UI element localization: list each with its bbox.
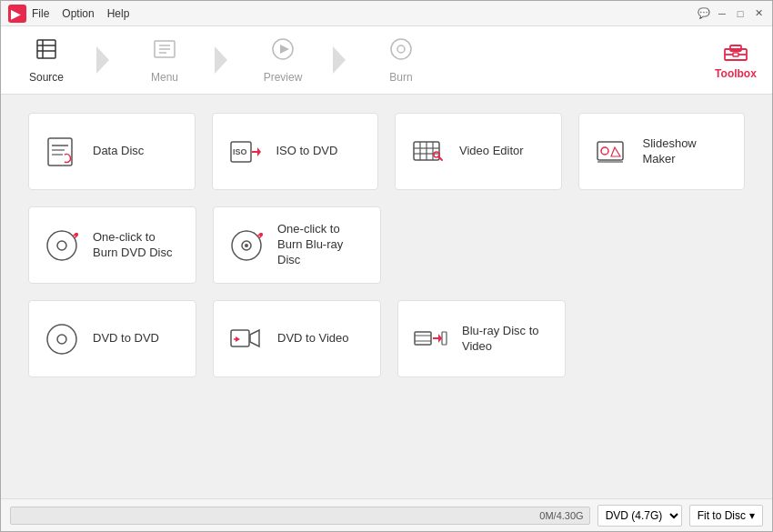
svg-point-36 <box>601 147 608 155</box>
burn-label: Burn <box>389 71 412 84</box>
dvd-to-dvd-icon <box>44 321 80 357</box>
tool-oneclick-dvd[interactable]: One-click to Burn DVD Disc <box>28 206 196 284</box>
oneclick-dvd-icon <box>44 227 80 264</box>
tool-video-editor[interactable]: Video Editor <box>395 113 562 190</box>
svg-rect-52 <box>442 332 447 345</box>
dvd-to-video-label: DVD to Video <box>277 331 349 346</box>
tool-data-disc[interactable]: Data Disc <box>28 113 196 190</box>
burn-icon <box>388 36 414 67</box>
svg-rect-49 <box>415 332 431 345</box>
bluray-to-video-icon <box>413 321 449 357</box>
source-label: Source <box>29 71 64 84</box>
preview-label: Preview <box>264 71 303 84</box>
svg-point-15 <box>391 39 411 59</box>
tool-row-3: DVD to DVD DVD to Video <box>28 300 745 377</box>
iso-to-dvd-label: ISO to DVD <box>276 144 338 159</box>
video-editor-icon <box>410 134 447 170</box>
svg-point-44 <box>259 233 263 236</box>
tool-dvd-to-dvd[interactable]: DVD to DVD <box>28 300 196 377</box>
svg-rect-20 <box>733 53 738 56</box>
nav-burn[interactable]: Burn <box>356 26 447 95</box>
progress-bar-container: 0M/4.30G <box>10 507 590 525</box>
menu-option[interactable]: Option <box>62 7 94 20</box>
dvd-to-dvd-label: DVD to DVD <box>93 331 159 346</box>
slideshow-maker-icon <box>594 134 630 170</box>
minimize-button[interactable]: ─ <box>716 7 728 20</box>
disc-type-select[interactable]: DVD (4.7G)DVD (8.5G)BD-25BD-50 <box>597 505 682 527</box>
tool-iso-to-dvd[interactable]: ISO ISO to DVD <box>212 113 379 190</box>
data-disc-label: Data Disc <box>93 144 144 159</box>
preview-icon <box>270 36 296 67</box>
tool-oneclick-blu[interactable]: One-click to Burn Blu-ray Disc <box>213 206 381 284</box>
navbar: Source Menu Preview <box>1 26 772 95</box>
nav-menu[interactable]: Menu <box>119 26 210 95</box>
svg-marker-6 <box>96 46 109 74</box>
toolbox-icon <box>723 40 748 67</box>
fit-to-disc-chevron: ▾ <box>749 509 755 522</box>
svg-point-46 <box>57 335 66 344</box>
svg-point-43 <box>245 244 248 247</box>
svg-point-38 <box>47 231 76 260</box>
source-icon <box>34 36 59 67</box>
app-icon: ▶ <box>8 5 26 23</box>
svg-point-16 <box>397 45 405 53</box>
slideshow-maker-label: Slideshow Maker <box>643 136 730 167</box>
progress-text: 0M/4.30G <box>539 510 583 521</box>
svg-point-34 <box>434 152 439 157</box>
maximize-button[interactable]: □ <box>734 7 747 20</box>
nav-arrow-1 <box>92 26 119 95</box>
svg-point-40 <box>75 233 78 236</box>
svg-rect-2 <box>37 40 55 58</box>
svg-rect-18 <box>730 45 741 51</box>
menu-help[interactable]: Help <box>107 7 130 20</box>
toolbox-label: Toolbox <box>715 67 757 80</box>
menu-file[interactable]: File <box>32 7 49 20</box>
menu-nav-label: Menu <box>151 71 178 84</box>
svg-point-39 <box>57 241 66 250</box>
statusbar: 0M/4.30G DVD (4.7G)DVD (8.5G)BD-25BD-50 … <box>1 498 772 531</box>
svg-marker-13 <box>280 45 289 54</box>
data-disc-icon <box>44 134 80 170</box>
oneclick-dvd-label: One-click to Burn DVD Disc <box>93 230 181 261</box>
tool-bluray-to-video[interactable]: Blu-ray Disc to Video <box>397 300 566 377</box>
dvd-to-video-icon <box>228 321 265 357</box>
oneclick-blu-label: One-click to Burn Blu-ray Disc <box>277 222 366 268</box>
fit-to-disc-label: Fit to Disc <box>698 509 746 522</box>
video-editor-label: Video Editor <box>459 144 524 159</box>
tool-dvd-to-video[interactable]: DVD to Video <box>213 300 381 377</box>
tool-row-2: One-click to Burn DVD Disc One-click to … <box>28 206 745 284</box>
close-button[interactable]: ✕ <box>752 7 765 20</box>
bluray-to-video-label: Blu-ray Disc to Video <box>462 324 550 355</box>
svg-marker-11 <box>215 46 227 74</box>
nav-arrow-3 <box>328 26 356 95</box>
svg-point-45 <box>47 325 76 354</box>
iso-to-dvd-icon: ISO <box>227 134 264 170</box>
fit-to-disc-button[interactable]: Fit to Disc ▾ <box>689 505 763 527</box>
menu-nav-icon <box>152 36 177 67</box>
nav-arrow-2 <box>210 26 237 95</box>
svg-text:▶: ▶ <box>11 7 21 21</box>
svg-text:ISO: ISO <box>233 147 247 156</box>
svg-marker-14 <box>333 46 346 74</box>
titlebar: ▶ File Option Help 💬 ─ □ ✕ <box>1 1 772 26</box>
chat-icon[interactable]: 💬 <box>698 7 710 20</box>
oneclick-blu-icon <box>228 227 265 264</box>
svg-rect-47 <box>231 330 249 346</box>
tool-row-1: Data Disc ISO ISO to DVD <box>28 113 745 190</box>
toolbox-button[interactable]: Toolbox <box>699 26 772 95</box>
tool-slideshow-maker[interactable]: Slideshow Maker <box>578 113 746 190</box>
main-content: Data Disc ISO ISO to DVD <box>1 95 772 498</box>
nav-preview[interactable]: Preview <box>237 26 328 95</box>
window-controls: 💬 ─ □ ✕ <box>698 7 765 20</box>
nav-source[interactable]: Source <box>1 26 92 95</box>
menu-bar: File Option Help <box>32 7 129 20</box>
